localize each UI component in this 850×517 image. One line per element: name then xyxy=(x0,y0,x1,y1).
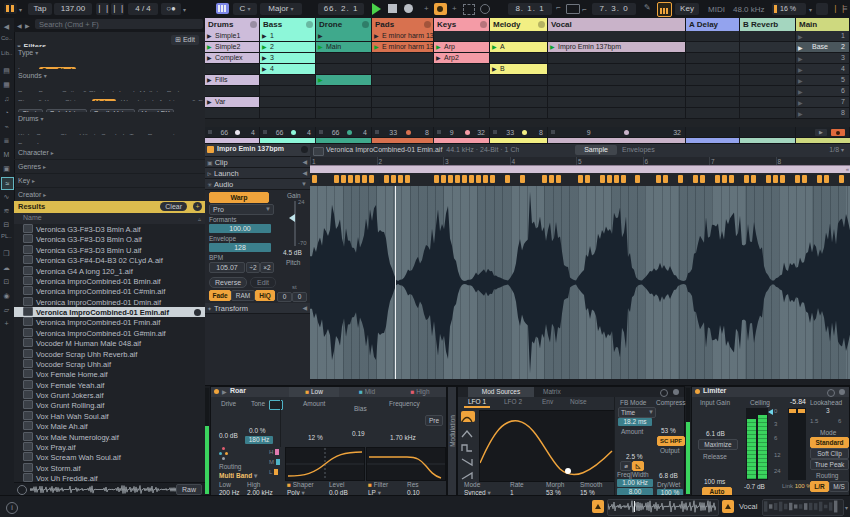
clip-slot[interactable]: ▶4 xyxy=(260,64,316,75)
warp-marker[interactable] xyxy=(700,175,705,183)
file-row[interactable]: Vox Grunt Jokers.aif xyxy=(14,390,205,400)
track-stop-button[interactable] xyxy=(437,130,441,134)
gain-value[interactable]: 4.5 dB xyxy=(283,249,302,256)
fold-sample-button[interactable] xyxy=(592,500,604,513)
empty-clip-slot[interactable] xyxy=(490,31,548,42)
sine-wave-icon[interactable] xyxy=(461,411,475,422)
input-gain-value[interactable]: 6.1 dB xyxy=(706,430,725,437)
warp-marker[interactable] xyxy=(490,175,495,183)
fb-slope-button[interactable]: ◺ xyxy=(632,461,644,471)
warp-marker[interactable] xyxy=(441,175,446,183)
sc-hpf-button[interactable]: SC HPF xyxy=(657,436,685,446)
warp-marker[interactable] xyxy=(773,175,778,183)
history-forward-icon[interactable]: ▶ xyxy=(25,22,30,29)
empty-clip-slot[interactable] xyxy=(490,97,548,108)
warp-marker[interactable] xyxy=(729,175,734,183)
file-row[interactable]: Vox Male Ah.aif xyxy=(14,421,205,431)
tab-matrix[interactable]: Matrix xyxy=(543,388,561,395)
clip-play-icon[interactable]: ▶ xyxy=(207,77,212,84)
warp-toggle-button[interactable]: Warp xyxy=(209,192,269,203)
modulation-tab[interactable]: Modulation xyxy=(447,386,457,496)
clip-slot[interactable]: ▶Arp xyxy=(434,42,490,53)
file-row[interactable]: Veronica ImproCombined-01 Emin.aif xyxy=(14,307,205,317)
file-row[interactable]: Vox Male Numerology.aif xyxy=(14,432,205,442)
warp-marker[interactable] xyxy=(722,175,727,183)
mode-truepeak-button[interactable]: True Peak xyxy=(810,459,849,470)
filter-tag-woodwind[interactable]: Woodwind xyxy=(121,99,154,101)
warp-marker[interactable] xyxy=(384,175,389,183)
track-header-keys[interactable]: Keys xyxy=(434,18,490,31)
midi-map-button[interactable]: MIDI xyxy=(708,5,725,14)
warp-marker[interactable] xyxy=(312,175,317,183)
reverse-button[interactable]: Reverse xyxy=(209,277,247,288)
current-project-icon[interactable]: ⊡ xyxy=(1,276,12,287)
filter-section-genres[interactable]: Genres ▸ xyxy=(14,160,205,174)
device-options-icon[interactable] xyxy=(660,389,668,397)
empty-clip-slot[interactable] xyxy=(434,97,490,108)
track-stop-button[interactable] xyxy=(551,130,555,134)
fade-toggle[interactable]: Fade xyxy=(209,290,231,301)
fb-freq-slider[interactable]: 1.00 kHz xyxy=(617,479,653,487)
track-stop-button[interactable] xyxy=(375,130,379,134)
tone-freq-slider[interactable]: 180 Hz xyxy=(245,436,273,444)
fb-mode-select[interactable]: Time▼ xyxy=(618,407,656,418)
empty-clip-slot[interactable] xyxy=(260,97,316,108)
scene-launch-icon[interactable]: ▶ xyxy=(798,77,803,84)
track-header-pads[interactable]: Pads xyxy=(372,18,434,31)
clip-slot[interactable]: ▶ xyxy=(316,31,372,42)
empty-clip-slot[interactable] xyxy=(205,108,260,119)
band-tab-low[interactable]: ■ Low xyxy=(289,387,339,397)
clip-slot[interactable]: ▶Complex xyxy=(205,53,260,64)
fb-amount-value[interactable]: 2.5 % xyxy=(626,453,643,460)
clip-slot[interactable]: ▶A xyxy=(490,42,548,53)
warp-marker[interactable] xyxy=(795,175,800,183)
clip-play-icon-playing[interactable]: ▶ xyxy=(550,44,555,51)
empty-clip-slot[interactable] xyxy=(434,31,490,42)
file-row[interactable]: Veronica ImproCombined-01 Dmin.aif xyxy=(14,297,205,307)
preview-waveform[interactable] xyxy=(30,485,182,494)
clip-slot[interactable]: ▶1 xyxy=(260,31,316,42)
filter-tag-strings[interactable]: Strings xyxy=(65,99,87,101)
filter-tag-loop[interactable]: Loop xyxy=(18,67,34,69)
bpm-half-button[interactable]: ÷2 xyxy=(246,262,260,273)
clip-slot[interactable]: ▶B xyxy=(490,64,548,75)
empty-clip-slot[interactable] xyxy=(205,64,260,75)
drive-value[interactable]: 0.0 dB xyxy=(219,432,238,439)
track-stop-button[interactable] xyxy=(208,130,212,134)
tab-lfo1[interactable]: LFO 1 xyxy=(464,398,490,408)
warp-marker[interactable] xyxy=(600,175,605,183)
band-tab-mid[interactable]: ■ Mid xyxy=(342,387,392,397)
warp-marker[interactable] xyxy=(549,175,554,183)
stop-button[interactable] xyxy=(388,4,397,13)
empty-clip-slot[interactable] xyxy=(548,64,686,75)
computer-midi-keyboard-icon[interactable] xyxy=(657,2,672,17)
scene-launch-icon[interactable]: ▶ xyxy=(798,66,803,73)
warp-marker[interactable] xyxy=(556,175,561,183)
compress-value[interactable]: 53 % xyxy=(661,427,676,434)
lookahead-value[interactable]: 3 xyxy=(826,407,830,414)
device-chain-thumb[interactable] xyxy=(762,499,844,516)
file-row[interactable]: Vocoder Scrap Uhh.aif xyxy=(14,359,205,369)
empty-clip-slot[interactable] xyxy=(260,108,316,119)
clip-play-icon-playing[interactable]: ▶ xyxy=(262,44,267,51)
midi-keys-icon[interactable] xyxy=(216,3,229,14)
empty-clip-slot[interactable] xyxy=(434,86,490,97)
warp-marker[interactable] xyxy=(469,175,474,183)
filter-section-key[interactable]: Key ▸ xyxy=(14,174,205,188)
empty-clip-slot[interactable] xyxy=(316,53,372,64)
packs-icon[interactable]: ❒ xyxy=(1,248,12,259)
mode-standard-button[interactable]: Standard xyxy=(810,437,849,448)
warp-marker[interactable] xyxy=(520,175,525,183)
filter-section-creator[interactable]: Creator ▸ xyxy=(14,188,205,202)
frequency-value[interactable]: 1.70 kHz xyxy=(390,434,416,441)
warp-marker[interactable] xyxy=(355,175,360,183)
clip-slot[interactable]: ▶Main xyxy=(316,42,372,53)
warp-marker[interactable] xyxy=(585,175,590,183)
track-header-drone[interactable]: Drone xyxy=(316,18,372,31)
empty-clip-slot[interactable] xyxy=(372,108,434,119)
clip-play-icon[interactable]: ▶ xyxy=(262,33,267,40)
saw-up-icon[interactable] xyxy=(461,467,475,478)
file-row[interactable]: Veronica G4 A long 120_1.aif xyxy=(14,266,205,276)
tab-noise[interactable]: Noise xyxy=(570,398,587,405)
scene-slot-3[interactable]: ▶3 xyxy=(796,53,850,64)
